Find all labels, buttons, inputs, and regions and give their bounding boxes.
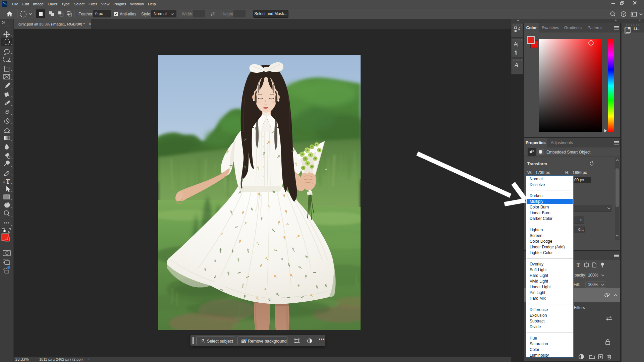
svg-text:?: ? bbox=[623, 12, 625, 16]
svg-text:T: T bbox=[577, 263, 580, 268]
svg-text:T: T bbox=[6, 178, 10, 185]
